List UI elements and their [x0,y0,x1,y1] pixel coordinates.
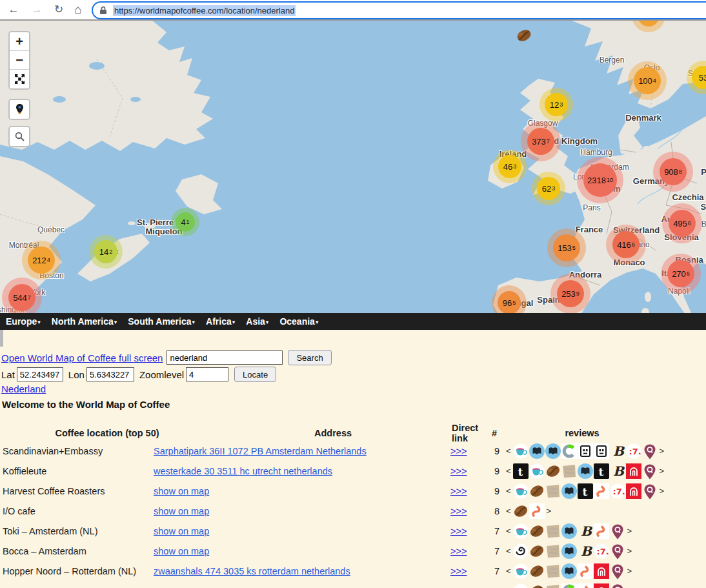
locate-pin-button[interactable] [10,100,29,119]
cup-review-icon[interactable] [513,483,529,499]
cup-review-icon[interactable] [513,443,529,459]
address-bar[interactable]: https://worldmapofcoffee.com/location/ne… [92,1,706,19]
address-link[interactable]: show on map [154,546,209,556]
nav-item-europe[interactable]: Europe▾ [6,316,41,327]
cluster-marker[interactable]: 3737 [527,128,554,155]
mapbeige-review-icon[interactable] [545,563,561,579]
archred-review-icon[interactable] [594,563,609,579]
cluster-marker[interactable]: 1535 [553,234,580,261]
coffee-bean-marker[interactable] [514,27,534,46]
direct-link[interactable]: >>> [450,546,467,556]
cluster-marker[interactable]: 9088 [660,158,687,185]
cluster-marker[interactable]: 623 [537,177,560,200]
nav-item-asia[interactable]: Asia▾ [246,316,268,327]
pin-review-icon[interactable] [610,563,625,579]
cluster-marker[interactable]: 2706 [667,260,694,287]
search-input[interactable] [166,350,283,365]
seven-review-icon[interactable]: :7. [626,443,641,459]
lat-input[interactable] [17,367,63,381]
mapbeige-review-icon[interactable] [545,543,561,559]
bscript-review-icon[interactable]: B [578,543,593,559]
tblack-review-icon[interactable]: t [513,463,529,479]
book-review-icon[interactable] [561,543,577,559]
direct-link[interactable]: >>> [450,486,467,496]
cluster-marker[interactable]: 1004 [634,67,661,94]
archred-review-icon[interactable] [626,483,641,499]
book-review-icon[interactable] [578,463,593,479]
squiggle-review-icon[interactable] [578,583,593,588]
bean-review-icon[interactable] [513,503,529,519]
address-link[interactable]: show on map [154,506,209,516]
address-link[interactable]: show on map [154,486,209,496]
cup-review-icon[interactable] [513,583,529,588]
nav-item-north-america[interactable]: North America▾ [52,316,117,327]
cup-review-icon[interactable] [513,523,529,539]
swirl-review-icon[interactable] [513,543,529,559]
ect-review-icon[interactable] [561,583,577,588]
mapbeige-review-icon[interactable] [545,583,561,588]
fullscreen-map-link[interactable]: Open World Map of Coffee full screen [1,352,163,363]
pin-review-icon[interactable] [642,443,658,459]
cluster-marker[interactable]: 463 [498,155,521,178]
bean-review-icon[interactable] [529,523,545,539]
robot-review-icon[interactable] [594,443,609,459]
robot-review-icon[interactable] [578,443,593,459]
bean-review-icon[interactable] [545,463,561,479]
address-link[interactable]: Sarphatipark 36II 1072 PB Amsterdam Neth… [154,446,367,456]
ect-review-icon[interactable] [561,443,577,459]
bscript-review-icon[interactable]: B [610,443,625,459]
map-search-button[interactable] [10,127,29,146]
tblack-review-icon[interactable]: t [594,463,609,479]
book-review-icon[interactable] [561,483,577,499]
nav-item-africa[interactable]: Africa▾ [206,316,235,327]
direct-link[interactable]: >>> [450,506,467,516]
lon-input[interactable] [86,367,134,381]
nav-item-oceania[interactable]: Oceania▾ [279,316,318,327]
pin-review-icon[interactable] [610,583,625,588]
pin-review-icon[interactable] [610,523,625,539]
book-review-icon[interactable] [561,523,577,539]
map[interactable]: + − [0,19,706,313]
cluster-marker[interactable]: 5447 [8,284,35,311]
address-link[interactable]: zwaanshals 474 3035 ks rotterdam netherl… [154,566,350,576]
squiggle-review-icon[interactable] [594,483,609,499]
direct-link[interactable]: >>> [450,526,467,536]
cup-review-icon[interactable] [513,563,529,579]
locate-button[interactable]: Locate [234,367,276,382]
home-icon[interactable]: ⌂ [70,1,86,18]
nav-item-south-america[interactable]: South America▾ [128,316,195,327]
zoom-out-button[interactable]: − [10,51,29,70]
pin-review-icon[interactable] [642,483,658,499]
book-review-icon[interactable] [529,443,545,459]
address-link[interactable]: show on map [154,526,209,536]
tblack-review-icon[interactable]: t [578,483,593,499]
archred-review-icon[interactable] [626,463,641,479]
zoomlevel-input[interactable] [186,367,228,381]
cluster-marker[interactable]: 965 [498,291,521,313]
back-icon[interactable]: ← [5,1,22,18]
squiggle-review-icon[interactable] [529,503,545,519]
squiggle-review-icon[interactable] [578,563,593,579]
archred-review-icon[interactable] [594,583,609,588]
bean-review-icon[interactable] [529,563,545,579]
cluster-marker[interactable]: 123 [545,93,568,116]
book-review-icon[interactable] [561,563,577,579]
cup-review-icon[interactable] [529,463,545,479]
bscript-review-icon[interactable]: B [610,463,625,479]
pin-review-icon[interactable] [642,463,658,479]
direct-link[interactable]: >>> [450,466,467,476]
mapbeige-review-icon[interactable] [545,483,561,499]
pin-review-icon[interactable] [610,543,625,559]
cluster-marker[interactable]: 142 [94,240,117,263]
cluster-marker[interactable]: 4166 [612,231,640,258]
squiggle-review-icon[interactable] [594,523,609,539]
seven-review-icon[interactable]: :7. [610,483,625,499]
bscript-review-icon[interactable]: B [578,523,593,539]
bean-review-icon[interactable] [529,543,545,559]
cluster-marker[interactable]: 2124 [28,247,55,274]
cluster-marker[interactable]: 4956 [669,210,696,237]
address-link[interactable]: westerkade 30 3511 hc utrecht netherland… [154,466,332,476]
location-link[interactable]: Nederland [1,383,46,394]
direct-link[interactable]: >>> [450,446,467,456]
cluster-marker[interactable]: 2539 [557,280,584,307]
